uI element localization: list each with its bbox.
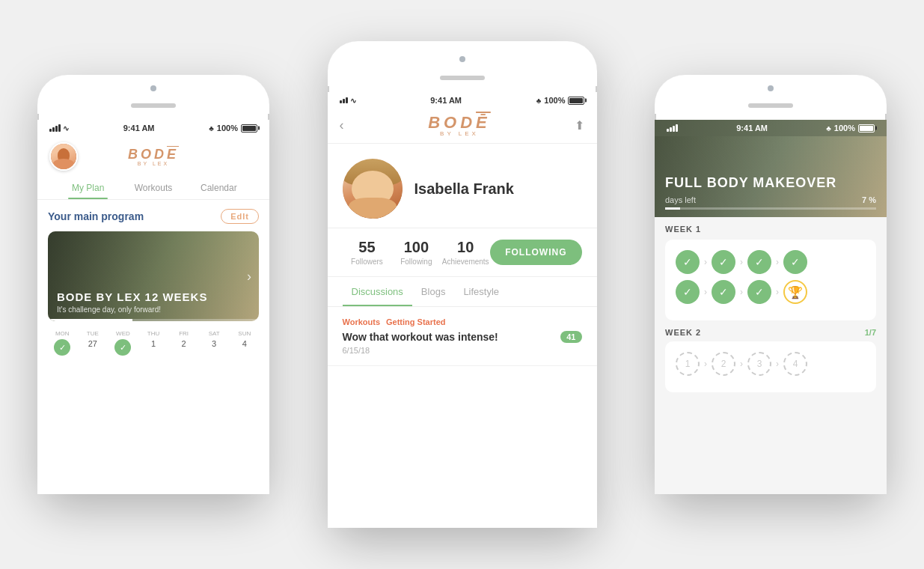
following-stat: 100 Following [391, 239, 441, 266]
center-battery: ♣ 100% [536, 96, 585, 105]
cal-sun-num: 4 [230, 339, 259, 348]
tab-blogs[interactable]: Blogs [412, 277, 455, 306]
cal-wed-label: WED [108, 330, 138, 337]
cal-tue: TUE 27 [79, 330, 108, 356]
bode-logo: BODE BY LEX [85, 147, 221, 166]
right-status-bar: 9:41 AM ♣ 100% [655, 120, 887, 136]
week1-row1: ✓ › ✓ › ✓ › ✓ [676, 250, 866, 274]
w1-r1-c2: ✓ [712, 250, 735, 274]
cal-mon-check: ✓ [54, 339, 70, 356]
cal-sat-num: 3 [200, 339, 229, 348]
cal-thu: THU 1 [139, 330, 168, 356]
followers-label: Followers [343, 258, 392, 266]
camera-dot-center [459, 56, 465, 62]
week2-row: 1 › 2 › 3 › 4 [676, 352, 866, 376]
edit-button[interactable]: EdIt [221, 209, 259, 224]
battery-fill [242, 126, 256, 131]
program-header: Your main program EdIt [48, 209, 259, 224]
program-card[interactable]: BODE BY LEX 12 WEEKS It's challenge day,… [48, 231, 259, 321]
cal-wed-check: ✓ [114, 339, 131, 356]
w2-c1: 1 [676, 352, 700, 376]
cal-mon: MON ✓ [48, 330, 77, 356]
center-phone: ∿ 9:41 AM ♣ 100% ‹ BODĒ BY LEX ⬆ [328, 41, 597, 528]
profile-name: Isabella Frank [414, 180, 514, 198]
cal-sun-label: SUN [230, 330, 259, 337]
discussion-date: 6/15/18 [343, 346, 582, 355]
w2-c4: 4 [783, 352, 807, 376]
achievements-num: 10 [441, 239, 490, 256]
left-header: BODE BY LEX My Plan Workouts Calendar [37, 136, 269, 200]
w1-r2-c2: ✓ [712, 280, 735, 304]
avatar-image [51, 144, 76, 169]
right-camera [768, 85, 774, 91]
discussion-item[interactable]: Workouts Getting Started Wow that workou… [328, 307, 597, 366]
left-screen: ∿ 9:41 AM ♣ 100% BODE BY LEX [37, 120, 269, 494]
c-bar1 [340, 100, 342, 103]
r-signal [667, 124, 678, 132]
center-screen: ∿ 9:41 AM ♣ 100% ‹ BODĒ BY LEX ⬆ [328, 92, 597, 528]
w2-c2: 2 [712, 352, 735, 376]
w2-a1: › [704, 359, 707, 369]
status-bar: ∿ 9:41 AM ♣ 100% [37, 120, 269, 136]
tag-workouts: Workouts [343, 317, 381, 326]
w2-c3: 3 [747, 352, 771, 376]
week2-header: WEEK 2 1/7 [665, 328, 876, 337]
w2-a3: › [776, 359, 779, 369]
right-speaker [748, 103, 793, 108]
hero-pct: 7 % [862, 195, 876, 204]
left-top-bar [37, 75, 269, 114]
week1-section: WEEK 1 ✓ › ✓ › ✓ › ✓ ✓ › ✓ › [655, 217, 887, 392]
arrow2: › [740, 257, 743, 267]
logo-text: BODE [85, 147, 221, 162]
center-signal-bars [340, 97, 348, 103]
program-info: BODE BY LEX 12 WEEKS It's challenge day,… [57, 290, 207, 314]
center-bt: ♣ [536, 97, 542, 105]
r-b3 [673, 126, 675, 132]
following-button[interactable]: FOLLOWING [490, 240, 581, 265]
nav-workouts[interactable]: Workouts [120, 177, 186, 199]
right-top-bar [655, 75, 887, 114]
profile-avatar [343, 159, 403, 219]
stats-row: 55 Followers 100 Following 10 Achievemen… [328, 228, 597, 277]
center-status-bar: ∿ 9:41 AM ♣ 100% [328, 92, 597, 109]
nav-my-plan[interactable]: My Plan [55, 177, 120, 199]
right-time: 9:41 AM [736, 124, 768, 133]
followers-stat: 55 Followers [343, 239, 392, 266]
calendar: MON ✓ TUE 27 WED ✓ THU 1 FRI 2 [48, 330, 259, 356]
cal-tue-num: 27 [79, 339, 108, 348]
r-bars [667, 124, 678, 132]
hero-fill [665, 207, 680, 210]
nav-calendar[interactable]: Calendar [186, 177, 251, 199]
cal-sun: SUN 4 [230, 330, 259, 356]
week2-grid: 1 › 2 › 3 › 4 [665, 341, 876, 392]
progress-fill [48, 319, 132, 321]
speaker [131, 103, 176, 108]
cal-fri-label: FRI [169, 330, 198, 337]
header-top: BODE BY LEX [49, 142, 257, 177]
bylex-text: BY LEX [85, 161, 221, 166]
w1-r1-c3: ✓ [747, 250, 771, 274]
center-pct: 100% [544, 96, 565, 105]
discussion-title: Wow that workout was intense! [343, 331, 498, 343]
program-title: Your main program [48, 210, 144, 222]
cal-tue-label: TUE [79, 330, 108, 337]
tab-lifestyle[interactable]: Lifestyle [454, 277, 508, 306]
share-button[interactable]: ⬆ [575, 118, 584, 133]
r-battery-icon [858, 124, 875, 133]
cal-thu-label: THU [139, 330, 168, 337]
cal-sat: SAT 3 [200, 330, 229, 356]
hero-progress [665, 207, 876, 210]
avatar[interactable] [49, 142, 78, 171]
cal-fri: FRI 2 [169, 330, 198, 356]
w1-r1-c4: ✓ [783, 250, 807, 274]
center-fill [569, 98, 583, 103]
arrow6: › [776, 287, 779, 297]
arrow1: › [704, 257, 707, 267]
cal-thu-num: 1 [139, 339, 168, 348]
w1-r2-c3: ✓ [747, 280, 771, 304]
trophy-icon: 🏆 [783, 280, 807, 304]
c-bar2 [343, 99, 345, 103]
back-button[interactable]: ‹ [340, 118, 344, 133]
tab-discussions[interactable]: Discussions [343, 277, 412, 306]
r-b1 [667, 129, 669, 132]
